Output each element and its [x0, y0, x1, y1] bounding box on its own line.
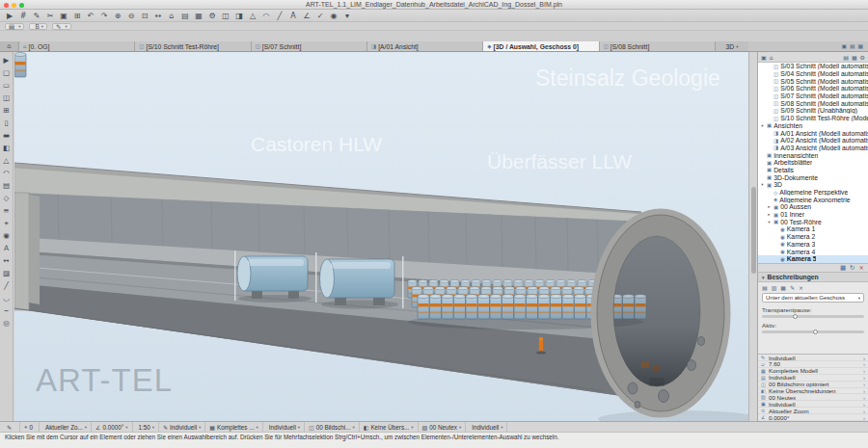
navigator-tree-item[interactable]: ◇ Allgemeine Perspektive: [758, 189, 868, 197]
view-mode-dropdown[interactable]: 3D ▾: [716, 41, 748, 51]
markup-grid-icon[interactable]: ▦: [780, 284, 786, 291]
navigator-tree-item[interactable]: ▾ ▣ 00 Test-Röhre: [758, 218, 868, 225]
pen-indicator[interactable]: ✎: [3, 422, 20, 432]
wall-tool-icon[interactable]: ▭: [0, 79, 13, 92]
3d-style-dropdown[interactable]: ◫ 00 Bildschi... ▾: [305, 422, 360, 432]
column-tool-icon[interactable]: ▯: [0, 117, 13, 129]
camera-icon[interactable]: ◉: [328, 11, 339, 21]
row-renovation[interactable]: ▣ Individuell ›: [758, 401, 868, 408]
navigator-tree-item[interactable]: ◫ S/05 Schnitt (Modell automatisch/ wied…: [758, 77, 868, 85]
layer-combination-dropdown[interactable]: Individuell ▾: [263, 422, 305, 432]
navigator-tree-item[interactable]: ◫ S/04 Schnitt (Modell automatisch/ wied…: [758, 70, 868, 78]
row-orientation[interactable]: ∠ 0.0000° ›: [758, 414, 868, 421]
row-scale-value[interactable]: ▱ 7.60 ›: [758, 361, 868, 368]
tab-ansicht-a01[interactable]: ◨ [A/01 Ansicht]: [367, 41, 483, 51]
zoom-in-icon[interactable]: ⊕: [112, 11, 123, 21]
row-pen-set[interactable]: ✎ Individuell ›: [758, 355, 868, 361]
object-tool-icon[interactable]: ⌖: [0, 217, 13, 229]
navigator-tree-item[interactable]: ▣ Arbeitsblätter: [758, 159, 868, 167]
scissors-icon[interactable]: ✂: [44, 11, 56, 21]
camera-tool-icon[interactable]: ◎: [0, 317, 13, 329]
fit-view-icon[interactable]: ⊡: [139, 11, 150, 21]
arrow-tool-icon[interactable]: ▶: [0, 54, 13, 66]
map-list-icon[interactable]: ▤: [843, 54, 849, 61]
project-chooser-icon[interactable]: ▣: [761, 54, 767, 61]
slab-tool-icon[interactable]: ◧: [0, 142, 13, 154]
line-icon[interactable]: ╱: [274, 11, 285, 21]
redo-icon[interactable]: ↷: [98, 11, 110, 21]
navigator-tree-item[interactable]: ◉ Kamera 2: [758, 233, 868, 241]
3d-viewport[interactable]: Steinsalz Geologie Castoren HLW Überfäss…: [14, 52, 748, 421]
viewport-scrollbar[interactable]: [748, 52, 757, 421]
navigator-tree-item[interactable]: ▣ 3D-Dokumente: [758, 173, 868, 181]
row-model-filter[interactable]: ▦ Komplettes Modell ›: [758, 368, 868, 375]
pan-icon[interactable]: ↔: [152, 11, 164, 21]
navigator-tree-item[interactable]: ◫ S/07 Schnitt (Modell automatisch/ wied…: [758, 92, 868, 100]
markup-list-icon[interactable]: ▤: [762, 284, 768, 291]
marquee-tool-icon[interactable]: ▢: [0, 66, 13, 79]
navigator-tree-item[interactable]: ▾ ▣ 3D: [758, 181, 868, 189]
navigator-tree-item[interactable]: ◫ S/10 Schnitt Test-Röhre (Modell automa…: [758, 115, 868, 122]
pen-set-dropdown[interactable]: ✎ Individuell ▾: [159, 422, 205, 432]
navigator-tree-item[interactable]: ▾ ▣ Ansichten: [758, 122, 868, 130]
markup-pen-icon[interactable]: ✎: [790, 284, 795, 291]
slider-handle[interactable]: [793, 314, 798, 319]
nav-settings-icon[interactable]: ⚙: [860, 54, 865, 61]
fill-tool-icon[interactable]: ▨: [0, 267, 13, 279]
markup-columns-icon[interactable]: ▥: [772, 284, 777, 291]
roof-tool-icon[interactable]: △: [0, 154, 13, 167]
beam-tool-icon[interactable]: ▬: [0, 129, 13, 142]
home-story-icon[interactable]: ⌂: [166, 11, 177, 21]
pen-style-dropdown[interactable]: ✎▾: [52, 23, 71, 30]
row-overlap[interactable]: ◧ Keine Überschneidungen ›: [758, 388, 868, 395]
navigator-tree-item[interactable]: ◫ S/08 Schnitt (Modell automatisch/ wied…: [758, 99, 868, 107]
layers-icon[interactable]: ▤: [179, 11, 191, 21]
door-tool-icon[interactable]: ◫: [0, 92, 13, 104]
navigator-tree-item[interactable]: ◉ Kamera 1: [758, 225, 868, 233]
dimension-icon[interactable]: ∠: [301, 11, 312, 21]
beschreibungen-header[interactable]: ▾ Beschreibungen: [758, 273, 868, 282]
overlap-dropdown[interactable]: ◧ Keine Übers... ▾: [360, 422, 419, 432]
zoom-preset-dropdown[interactable]: Aktueller Zo... ▾: [40, 422, 92, 432]
spline-tool-icon[interactable]: ~: [0, 304, 13, 317]
bold-style-dropdown[interactable]: B▾: [29, 23, 47, 30]
row-3d-style[interactable]: ◫ 00 Bildschirm optimiert ›: [758, 382, 868, 388]
expand-arrow-icon[interactable]: ▸: [767, 204, 772, 209]
check-icon[interactable]: ✓: [314, 11, 326, 21]
row-zoom[interactable]: ⊙ Aktueller Zoom ›: [758, 408, 868, 414]
tab-story-0[interactable]: ⌂ [0. OG]: [19, 41, 135, 51]
tab-schnitt-08[interactable]: ◫ [S/08 Schnitt]: [600, 41, 716, 51]
navigator-tree-item[interactable]: ◫ S/03 Schnitt (Modell automatisch/ wied…: [758, 63, 868, 70]
refresh-icon[interactable]: ↻: [850, 264, 854, 272]
select-icon[interactable]: ▶: [4, 11, 15, 21]
tab-schnitt-test-roehre[interactable]: ◫ [S/10 Schnitt Test-Röhre]: [135, 41, 251, 51]
marquee-icon[interactable]: #: [17, 11, 29, 21]
expand-arrow-icon[interactable]: ▸: [767, 212, 772, 217]
model-filter-dropdown[interactable]: ▦ Komplettes ... ▾: [205, 422, 262, 432]
dock-panel-icon[interactable]: ▦: [840, 264, 846, 272]
panel-list-icon[interactable]: ▤: [850, 43, 854, 49]
arc-icon[interactable]: ◠: [260, 11, 272, 21]
transparentpause-slider[interactable]: [762, 315, 864, 318]
navigator-tree-item[interactable]: ◨ A/02 Ansicht (Modell automatisch/ wied…: [758, 137, 868, 145]
lamp-tool-icon[interactable]: ◉: [0, 229, 13, 242]
dimension-tool-icon[interactable]: ↔: [0, 254, 13, 267]
texture-dropdown[interactable]: ▨ 00 Neutex ▾: [419, 422, 467, 432]
arc-tool-icon[interactable]: ◡: [0, 292, 13, 304]
map-grid-icon[interactable]: ▦: [852, 54, 857, 61]
undo-icon[interactable]: ↶: [85, 11, 96, 21]
text-tool-icon[interactable]: A: [0, 242, 13, 254]
home-icon[interactable]: ⌂: [770, 54, 773, 61]
settings-icon[interactable]: ⚙: [206, 11, 218, 21]
text-icon[interactable]: A: [287, 11, 299, 21]
window-titlebar[interactable]: ART-TEL_1.1_LIM_Endlager_Datenhub_Arbeit…: [0, 0, 868, 10]
expand-arrow-icon[interactable]: ▾: [767, 220, 772, 224]
zoom-out-icon[interactable]: ⊖: [125, 11, 137, 21]
slider-handle[interactable]: [813, 329, 818, 334]
shell-tool-icon[interactable]: ◠: [0, 167, 13, 179]
navigator-tree-item[interactable]: ◨ A/01 Ansicht (Modell automatisch/ wied…: [758, 129, 868, 137]
section-tool-icon[interactable]: ◫: [220, 11, 231, 21]
expand-arrow-icon[interactable]: ▾: [760, 123, 765, 128]
zone-tool-icon[interactable]: ◇: [0, 192, 13, 204]
more-icon[interactable]: ▾: [341, 11, 353, 21]
